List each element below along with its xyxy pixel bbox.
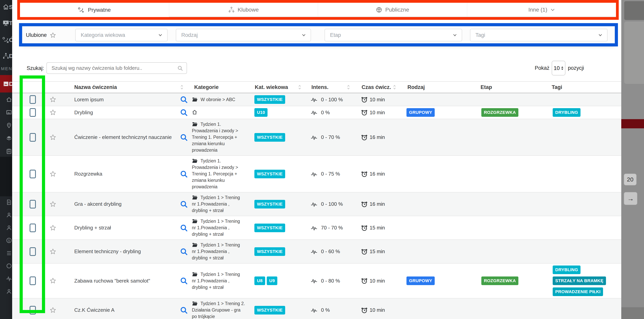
favorite-star-icon[interactable] [50,134,56,141]
sidebar-item-active[interactable]: D [0,75,12,92]
background-next-button[interactable]: → [624,192,637,205]
filter-age-category[interactable]: Kategoria wiekowa [75,29,168,41]
sort-icon[interactable] [347,85,350,90]
sort-icon[interactable] [298,85,301,90]
sort-icon[interactable] [180,85,183,90]
age-badge: WSZYSTKIE [254,95,285,104]
preview-icon[interactable] [180,170,188,178]
tag-badges [549,156,621,192]
sidebar-item[interactable] [6,135,12,142]
sidebar-item[interactable] [6,276,12,282]
row-checkbox[interactable] [30,108,36,117]
folder-icon [192,272,198,277]
page-size-select[interactable]: 10 [552,61,566,76]
table-row: Drybling + strzał Tydzien 1 > Trening nr… [12,216,621,240]
sidebar-item[interactable] [6,263,12,269]
favorites-toggle[interactable]: Ulubione [26,26,56,44]
preview-icon[interactable] [180,108,188,116]
sidebar-item[interactable] [6,212,12,218]
tag-badge: STRZAŁY NA BRAMKĘ [553,276,606,285]
exercise-location: Tydzien 1 > Trening nr 1.Prowadzenia , d… [192,194,245,214]
row-checkbox[interactable] [30,224,36,232]
age-badges: WSZYSTKIE [253,298,306,319]
header-kat-wiekowa[interactable]: Kat. wiekowa [253,84,306,90]
sidebar-item-exercises[interactable]: Ć [0,34,12,46]
favorite-star-icon[interactable] [50,248,56,255]
sidebar-item[interactable] [6,199,12,205]
favorite-star-icon[interactable] [50,307,56,314]
time-value: 10 min [370,307,385,313]
preview-icon[interactable] [180,224,188,232]
sidebar-item[interactable]: $ [6,237,12,244]
exercise-location: Tydzien 1 > Trening nr 1.Prowadzenia , d… [192,271,245,290]
tab-inne[interactable]: Inne (1) [467,3,616,17]
header-tagi[interactable]: Tagi [549,84,621,90]
header-kategorie[interactable]: Kategorie [191,84,253,90]
sort-icon[interactable] [393,85,396,90]
time-value: 16 min [370,134,385,140]
globe-icon [376,7,382,13]
tab-publiczne[interactable]: Publiczne [318,3,467,17]
exercises-table: Nazwa ćwiczenia Kategorie Kat. wiekowa I… [12,81,621,319]
favorite-star-icon[interactable] [50,170,56,178]
clock-icon [361,171,368,177]
row-checkbox[interactable] [30,276,36,285]
preview-icon[interactable] [180,96,188,104]
exercise-location [192,109,199,116]
header-rodzaj[interactable]: Rodzaj [406,84,478,90]
favorite-star-icon[interactable] [50,96,56,103]
team-structure-icon [228,7,234,13]
sidebar-item[interactable] [6,250,12,256]
sidebar-item-team[interactable]: D [0,50,12,62]
preview-icon[interactable] [180,248,188,256]
sidebar-item-training[interactable]: T [0,18,12,28]
header-intens[interactable]: Intens. [306,84,359,90]
header-etap[interactable]: Etap [478,84,549,90]
clock-icon [361,201,368,208]
filter-tagi[interactable]: Tagi [470,29,608,41]
intensity-value: 0 - 60 % [321,248,340,254]
location-text: Tydzien 1 > Trening 2. Działania Grupowe… [192,301,245,319]
sidebar-item[interactable] [6,224,12,231]
background-page-number[interactable]: 20 [624,174,636,185]
sidebar-item[interactable] [6,96,12,103]
age-badge: WSZYSTKIE [254,170,285,178]
etap-badge: ROZGRZEWKA [481,276,518,285]
table-row: Rozgrzewka Tydzien 1. Prowadzenia i zwod… [12,156,621,192]
header-nazwa[interactable]: Nazwa ćwiczenia [68,84,191,90]
table-row: Lorem ipsum W obronie > ABC WSZYSTKIE 0 … [12,93,621,106]
folder-icon [192,195,198,200]
preview-icon[interactable] [180,277,188,285]
gallery-icon [2,80,10,87]
row-checkbox[interactable] [30,170,36,178]
tag-badge: DRYBLING [553,266,580,274]
row-checkbox[interactable] [30,133,36,142]
age-badge: WSZYSTKIE [254,224,285,232]
rodzaj-badge: GRUPOWY [406,276,435,285]
sidebar-item[interactable] [6,122,12,128]
filter-etap[interactable]: Etap [324,29,462,41]
row-checkbox[interactable] [30,306,36,314]
favorite-star-icon[interactable] [50,201,56,208]
search-input[interactable] [47,65,177,71]
age-badges: WSZYSTKIE [253,156,306,192]
preview-icon[interactable] [180,200,188,208]
search-icon [177,65,183,71]
background-footer-fragment [621,307,644,319]
favorite-star-icon[interactable] [50,224,56,232]
sidebar-item[interactable] [6,148,12,154]
favorite-star-icon[interactable] [50,109,56,116]
header-czas[interactable]: Czas ćwicz. [359,84,406,90]
row-checkbox[interactable] [30,95,36,104]
row-checkbox[interactable] [30,200,36,208]
row-checkbox[interactable] [30,247,36,256]
sidebar-item[interactable] [6,288,12,294]
preview-icon[interactable] [180,134,188,141]
tab-klubowe[interactable]: Klubowe [169,3,318,17]
tab-prywatne[interactable]: Prywatne [20,3,169,17]
favorite-star-icon[interactable] [50,277,56,284]
sidebar-item-start[interactable]: S [0,2,12,12]
filter-rodzaj[interactable]: Rodzaj [176,29,311,41]
preview-icon[interactable] [180,306,188,314]
sidebar-item[interactable] [6,109,12,116]
